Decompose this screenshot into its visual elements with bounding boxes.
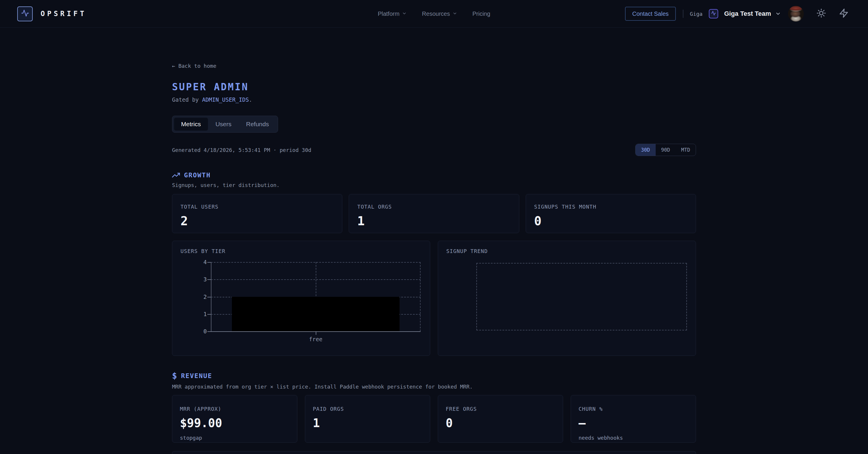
user-avatar[interactable]	[788, 6, 804, 22]
stat-label: PAID ORGS	[313, 406, 422, 412]
stat-value: 1	[357, 215, 510, 227]
y-tick	[207, 262, 211, 263]
header-right-cluster: Contact Sales Giga Giga Test Team	[625, 6, 868, 22]
nav-pricing-label: Pricing	[472, 10, 490, 17]
period-30d[interactable]: 30D	[636, 144, 656, 156]
signup-trend-empty-plot	[476, 263, 687, 330]
header-divider	[683, 10, 683, 18]
chevron-down-icon	[775, 11, 781, 17]
nav-resources-label: Resources	[422, 10, 450, 17]
users-by-tier-chart-card: USERS BY TIER 4 3 2 1 0	[172, 241, 430, 356]
stat-label: FREE ORGS	[446, 406, 555, 412]
generated-timestamp: Generated 4/18/2026, 5:53:41 PM · period…	[172, 147, 311, 153]
stat-card-paid-orgs: PAID ORGS 1	[305, 395, 430, 443]
main-content: ← Back to home SUPER ADMIN Gated by ADMI…	[172, 28, 696, 454]
stat-value: 0	[446, 417, 555, 429]
y-tick-label: 0	[197, 328, 207, 334]
lightning-bolt-icon	[839, 8, 849, 19]
tier-bar	[232, 297, 400, 332]
gated-subtitle: Gated by ADMIN_USER_IDS.	[172, 96, 696, 103]
period-90d[interactable]: 90D	[656, 144, 676, 156]
theme-toggle-button[interactable]	[816, 8, 826, 19]
nav-platform-label: Platform	[378, 10, 399, 17]
y-tick-label: 4	[197, 259, 207, 265]
brand-logo[interactable]: OPSRIFT	[17, 6, 87, 21]
revenue-section-header: $ REVENUE	[172, 371, 696, 381]
stat-card-total-orgs: TOTAL ORGS 1	[349, 194, 519, 233]
gated-suffix: .	[249, 96, 252, 103]
tab-metrics[interactable]: Metrics	[174, 118, 208, 130]
activity-pulse-icon	[711, 10, 716, 17]
team-switcher[interactable]: Giga Test Team	[718, 10, 781, 18]
org-short-label: Giga	[690, 11, 703, 17]
stat-value: 0	[534, 215, 687, 227]
stat-value: 1	[313, 417, 422, 429]
chart-title: USERS BY TIER	[181, 248, 422, 254]
tab-users[interactable]: Users	[209, 118, 239, 130]
stat-label: TOTAL USERS	[181, 204, 334, 210]
y-tick	[207, 279, 211, 280]
stat-value: —	[579, 417, 688, 429]
admin-tabs: Metrics Users Refunds	[172, 116, 278, 133]
growth-stats-row: TOTAL USERS 2 TOTAL ORGS 1 SIGNUPS THIS …	[172, 194, 696, 233]
shortcuts-button[interactable]	[839, 8, 849, 19]
stat-subtext: needs webhooks	[579, 435, 688, 441]
growth-title: GROWTH	[184, 172, 211, 179]
users-by-tier-plot: 4 3 2 1 0 free	[211, 262, 421, 331]
team-logo-chip[interactable]	[709, 9, 718, 19]
y-tick	[207, 297, 211, 297]
stat-label: SIGNUPS THIS MONTH	[534, 204, 687, 210]
revenue-title: REVENUE	[181, 372, 212, 380]
metrics-meta-row: Generated 4/18/2026, 5:53:41 PM · period…	[172, 144, 696, 156]
stat-value: $99.00	[180, 417, 289, 429]
activity-pulse-icon	[21, 9, 29, 19]
chart-title: SIGNUP TREND	[446, 248, 687, 254]
x-category-label: free	[309, 336, 322, 342]
y-tick-label: 2	[197, 294, 207, 300]
top-nav-bar: OPSRIFT Platform Resources Pricing Conta…	[0, 0, 868, 28]
stat-card-total-users: TOTAL USERS 2	[172, 194, 342, 233]
growth-section-header: GROWTH	[172, 171, 696, 179]
dollar-sign-icon: $	[172, 371, 177, 381]
sun-icon	[816, 8, 826, 19]
growth-charts-row: USERS BY TIER 4 3 2 1 0	[172, 241, 696, 356]
stat-label: TOTAL ORGS	[357, 204, 510, 210]
y-tick-label: 3	[197, 276, 207, 282]
stat-card-signups-month: SIGNUPS THIS MONTH 0	[526, 194, 696, 233]
primary-nav: Platform Resources Pricing	[378, 0, 490, 28]
nav-pricing[interactable]: Pricing	[472, 10, 490, 17]
next-section-card-partial	[172, 451, 696, 454]
logo-box	[17, 6, 33, 21]
gated-env-var: ADMIN_USER_IDS	[202, 96, 249, 103]
revenue-stats-row: MRR (APPROX) $99.00 stopgap PAID ORGS 1 …	[172, 395, 696, 443]
stat-label: MRR (APPROX)	[180, 406, 289, 412]
y-tick	[207, 331, 211, 332]
trending-up-icon	[172, 171, 180, 179]
stat-card-mrr: MRR (APPROX) $99.00 stopgap	[172, 395, 297, 443]
nav-platform[interactable]: Platform	[378, 10, 407, 17]
revenue-subtitle: MRR approximated from org tier × list pr…	[172, 384, 696, 390]
chevron-down-icon	[453, 10, 457, 17]
growth-subtitle: Signups, users, tier distribution.	[172, 182, 696, 188]
stat-label: CHURN %	[579, 406, 688, 412]
stat-value: 2	[181, 215, 334, 227]
nav-resources[interactable]: Resources	[422, 10, 457, 17]
brand-name: OPSRIFT	[40, 10, 87, 18]
contact-sales-button[interactable]: Contact Sales	[625, 7, 676, 21]
signup-trend-chart-card: SIGNUP TREND	[438, 241, 696, 356]
period-mtd[interactable]: MTD	[676, 144, 696, 156]
team-name: Giga Test Team	[724, 10, 771, 18]
x-tick	[316, 332, 316, 335]
stat-subtext: stopgap	[180, 435, 289, 441]
y-tick-label: 1	[197, 311, 207, 317]
y-tick	[207, 314, 211, 315]
tab-refunds[interactable]: Refunds	[239, 118, 276, 130]
stat-card-churn: CHURN % — needs webhooks	[571, 395, 696, 443]
page-title: SUPER ADMIN	[172, 82, 696, 92]
chevron-down-icon	[402, 10, 407, 17]
stat-card-free-orgs: FREE ORGS 0	[438, 395, 563, 443]
gridline-vertical-right	[420, 262, 421, 331]
back-to-home-link[interactable]: ← Back to home	[172, 63, 216, 69]
gated-prefix: Gated by	[172, 96, 202, 103]
y-axis-line	[211, 262, 212, 331]
